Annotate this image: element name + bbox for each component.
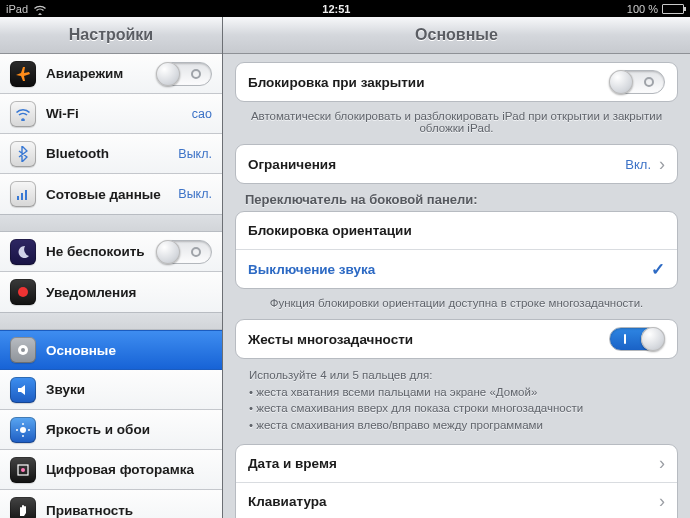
sidebar-item-cellular[interactable]: Сотовые данные Выкл. bbox=[0, 174, 222, 214]
multitasking-hint: Используйте 4 или 5 пальцев для: • жеста… bbox=[249, 367, 664, 434]
battery-icon bbox=[662, 4, 684, 14]
sidebar-item-general[interactable]: Основные bbox=[0, 330, 222, 370]
device-label: iPad bbox=[6, 3, 28, 15]
moon-icon bbox=[10, 239, 36, 265]
sidebar-item-value: Выкл. bbox=[178, 187, 212, 201]
detail-pane: Основные Блокировка при закрытии Автомат… bbox=[223, 17, 690, 518]
row-label: Дата и время bbox=[248, 456, 659, 471]
gear-icon bbox=[10, 337, 36, 363]
sidebar-item-label: Звуки bbox=[46, 382, 212, 397]
hint-line: • жеста смахивания вверх для показа стро… bbox=[249, 400, 664, 417]
row-label: Клавиатура bbox=[248, 494, 659, 509]
row-datetime[interactable]: Дата и время › bbox=[236, 445, 677, 483]
chevron-right-icon: › bbox=[659, 155, 665, 173]
sidebar-item-bluetooth[interactable]: Bluetooth Выкл. bbox=[0, 134, 222, 174]
sidebar-item-wifi[interactable]: Wi-Fi cao bbox=[0, 94, 222, 134]
hint-line: • жеста хватания всеми пальцами на экран… bbox=[249, 384, 664, 401]
photo-frame-icon bbox=[10, 457, 36, 483]
sidebar-item-notifications[interactable]: Уведомления bbox=[0, 272, 222, 312]
sidebar-item-label: Уведомления bbox=[46, 285, 212, 300]
sidebar-item-brightness[interactable]: Яркость и обои bbox=[0, 410, 222, 450]
row-restrictions[interactable]: Ограничения Вкл. › bbox=[236, 145, 677, 183]
brightness-icon bbox=[10, 417, 36, 443]
sidebar-item-label: Основные bbox=[46, 343, 212, 358]
row-value: Вкл. bbox=[625, 157, 651, 172]
dnd-switch[interactable] bbox=[156, 240, 212, 264]
group-separator bbox=[0, 312, 222, 330]
settings-sidebar: Настройки Авиарежим Wi-Fi cao Bluetooth bbox=[0, 17, 223, 518]
row-label: Ограничения bbox=[248, 157, 625, 172]
sidebar-title: Настройки bbox=[0, 17, 222, 54]
svg-point-0 bbox=[18, 287, 28, 297]
sidebar-item-label: Приватность bbox=[46, 503, 212, 518]
row-lock-rotation[interactable]: Блокировка ориентации bbox=[236, 212, 677, 250]
bluetooth-icon bbox=[10, 141, 36, 167]
airplane-icon bbox=[10, 61, 36, 87]
sidebar-item-value: Выкл. bbox=[178, 147, 212, 161]
detail-title: Основные bbox=[223, 17, 690, 54]
row-label: Выключение звука bbox=[248, 262, 651, 277]
svg-point-9 bbox=[21, 468, 25, 472]
row-keyboard[interactable]: Клавиатура › bbox=[236, 483, 677, 518]
hand-icon bbox=[10, 497, 36, 518]
row-lock-on-close[interactable]: Блокировка при закрытии bbox=[236, 63, 677, 101]
status-bar: iPad 12:51 100 % bbox=[0, 0, 690, 17]
lock-note: Автоматически блокировать и разблокирова… bbox=[241, 110, 672, 134]
sidebar-item-label: Bluetooth bbox=[46, 146, 168, 161]
speaker-icon bbox=[10, 377, 36, 403]
cellular-icon bbox=[10, 181, 36, 207]
hint-line: Используйте 4 или 5 пальцев для: bbox=[249, 367, 664, 384]
svg-point-3 bbox=[20, 427, 26, 433]
chevron-right-icon: › bbox=[659, 454, 665, 472]
wifi-icon bbox=[34, 2, 46, 14]
row-label: Блокировка ориентации bbox=[248, 223, 665, 238]
sidebar-item-label: Цифровая фоторамка bbox=[46, 462, 212, 477]
hint-line: • жеста смахивания влево/вправо между пр… bbox=[249, 417, 664, 434]
sidebar-item-label: Wi-Fi bbox=[46, 106, 182, 121]
sidebar-item-privacy[interactable]: Приватность bbox=[0, 490, 222, 518]
lock-on-close-switch[interactable] bbox=[609, 70, 665, 94]
row-label: Жесты многозадачности bbox=[248, 332, 609, 347]
sidebar-item-label: Сотовые данные bbox=[46, 187, 168, 202]
row-mute[interactable]: Выключение звука ✓ bbox=[236, 250, 677, 288]
notifications-icon bbox=[10, 279, 36, 305]
row-multitasking[interactable]: Жесты многозадачности bbox=[236, 320, 677, 358]
sidebar-item-airplane[interactable]: Авиарежим bbox=[0, 54, 222, 94]
battery-text: 100 % bbox=[627, 3, 658, 15]
wifi-app-icon bbox=[10, 101, 36, 127]
group-separator bbox=[0, 214, 222, 232]
sidebar-item-dnd[interactable]: Не беспокоить bbox=[0, 232, 222, 272]
side-switch-title: Переключатель на боковой панели: bbox=[245, 192, 668, 207]
airplane-switch[interactable] bbox=[156, 62, 212, 86]
sidebar-item-value: cao bbox=[192, 107, 212, 121]
chevron-right-icon: › bbox=[659, 492, 665, 510]
svg-point-2 bbox=[21, 348, 25, 352]
sidebar-item-frame[interactable]: Цифровая фоторамка bbox=[0, 450, 222, 490]
check-icon: ✓ bbox=[651, 259, 665, 280]
multitasking-switch[interactable] bbox=[609, 327, 665, 351]
side-switch-note: Функция блокировки ориентации доступна в… bbox=[241, 297, 672, 309]
sidebar-item-label: Не беспокоить bbox=[46, 244, 146, 259]
status-time: 12:51 bbox=[46, 3, 627, 15]
sidebar-item-label: Яркость и обои bbox=[46, 422, 212, 437]
sidebar-item-label: Авиарежим bbox=[46, 66, 146, 81]
sidebar-item-sounds[interactable]: Звуки bbox=[0, 370, 222, 410]
row-label: Блокировка при закрытии bbox=[248, 75, 609, 90]
